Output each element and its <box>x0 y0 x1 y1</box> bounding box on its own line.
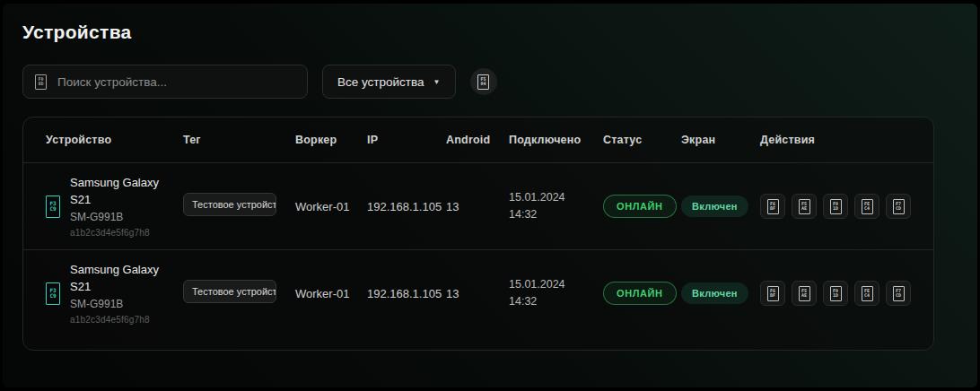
screen-badge: Включен <box>681 282 748 304</box>
column-header-android: Android <box>446 134 509 146</box>
column-header-actions: Действия <box>760 134 919 146</box>
phone-icon: F3C9 <box>46 196 60 218</box>
device-name: Samsung Galaxy S21 <box>70 175 171 209</box>
table-row: F3C9 Samsung Galaxy S21 SM-G991B a1b2c3d… <box>23 162 933 249</box>
connected-time: 14:32 <box>509 206 603 223</box>
device-name: Samsung Galaxy S21 <box>70 262 171 296</box>
action-button-1[interactable]: F6BF <box>760 194 785 219</box>
chevron-down-icon: ▼ <box>433 78 441 86</box>
device-info: Samsung Galaxy S21 SM-G991B a1b2c3d4e5f6… <box>70 262 171 325</box>
phone-icon: F3C9 <box>46 282 60 305</box>
device-tag-chip: Тестовое устройство <box>183 193 276 216</box>
action-icon: F7CD <box>893 286 905 301</box>
column-header-tag: Тег <box>183 134 295 146</box>
worker-cell: Worker-01 <box>295 200 367 213</box>
android-cell: 13 <box>446 287 509 300</box>
action-icon: F01D <box>830 199 842 214</box>
device-filter-label: Все устройства <box>337 75 424 89</box>
refresh-button[interactable]: F504 <box>470 68 497 95</box>
table-row: F3C9 Samsung Galaxy S21 SM-G991B a1b2c3d… <box>23 249 933 336</box>
connected-time: 14:32 <box>509 293 603 310</box>
device-cell: F3C9 Samsung Galaxy S21 SM-G991B a1b2c3d… <box>46 175 183 238</box>
action-icon: F5AE <box>799 199 810 214</box>
action-button-5[interactable]: F7CD <box>886 194 911 219</box>
screen: Устройства F08D Все устройства ▼ F504 Ус… <box>0 0 980 391</box>
device-info: Samsung Galaxy S21 SM-G991B a1b2c3d4e5f6… <box>70 175 171 238</box>
ip-cell: 192.168.1.105 <box>367 200 446 213</box>
action-icon: F6BF <box>767 199 779 214</box>
connected-date: 15.01.2024 <box>509 276 603 293</box>
device-model: SM-G991B <box>70 211 171 223</box>
action-icon: F01D <box>830 286 842 301</box>
screen-badge: Включен <box>681 196 748 217</box>
action-button-2[interactable]: F5AE <box>792 194 817 219</box>
android-cell: 13 <box>446 200 509 213</box>
actions-cell: F6BF F5AE F01D FEC4 F7CD <box>760 281 919 306</box>
page-title: Устройства <box>22 22 958 43</box>
search-box[interactable]: F08D <box>22 65 308 99</box>
search-icon: F08D <box>35 74 47 90</box>
action-button-3[interactable]: F01D <box>823 194 848 219</box>
status-badge: ОНЛАЙН <box>603 195 677 218</box>
search-input[interactable] <box>57 75 295 89</box>
device-model: SM-G991B <box>70 298 171 310</box>
column-header-worker: Воркер <box>295 134 367 146</box>
action-button-4[interactable]: FEC4 <box>854 281 879 306</box>
ip-cell: 192.168.1.105 <box>367 287 446 300</box>
refresh-icon: F504 <box>477 74 489 90</box>
connected-cell: 15.01.2024 14:32 <box>509 189 603 224</box>
connected-cell: 15.01.2024 14:32 <box>509 276 603 311</box>
toolbar: F08D Все устройства ▼ F504 <box>22 65 958 99</box>
action-button-3[interactable]: F01D <box>823 281 848 306</box>
action-button-2[interactable]: F5AE <box>792 281 817 306</box>
action-button-4[interactable]: FEC4 <box>854 194 879 219</box>
devices-table: Устройство Тег Воркер IP Android Подключ… <box>22 117 934 351</box>
device-cell: F3C9 Samsung Galaxy S21 SM-G991B a1b2c3d… <box>46 262 183 325</box>
device-serial: a1b2c3d4e5f6g7h8 <box>70 228 171 238</box>
action-icon: F6BF <box>767 286 779 301</box>
action-icon: F7CD <box>893 199 905 214</box>
connected-date: 15.01.2024 <box>509 189 603 206</box>
column-header-screen: Экран <box>681 134 760 146</box>
column-header-connected: Подключено <box>509 134 603 146</box>
table-header-row: Устройство Тег Воркер IP Android Подключ… <box>23 117 933 162</box>
worker-cell: Worker-01 <box>295 287 367 300</box>
action-button-5[interactable]: F7CD <box>886 281 911 306</box>
device-tag-chip: Тестовое устройство <box>183 280 276 303</box>
device-serial: a1b2c3d4e5f6g7h8 <box>70 315 171 325</box>
actions-cell: F6BF F5AE F01D FEC4 F7CD <box>760 194 919 219</box>
column-header-status: Статус <box>603 134 681 146</box>
device-filter-dropdown[interactable]: Все устройства ▼ <box>322 65 456 99</box>
status-badge: ОНЛАЙН <box>603 282 677 305</box>
action-button-1[interactable]: F6BF <box>760 281 785 306</box>
action-icon: FEC4 <box>862 286 873 301</box>
column-header-ip: IP <box>367 134 446 146</box>
devices-page: Устройства F08D Все устройства ▼ F504 Ус… <box>3 4 977 387</box>
column-header-device: Устройство <box>46 134 183 146</box>
action-icon: FEC4 <box>862 199 873 214</box>
action-icon: F5AE <box>799 286 810 301</box>
